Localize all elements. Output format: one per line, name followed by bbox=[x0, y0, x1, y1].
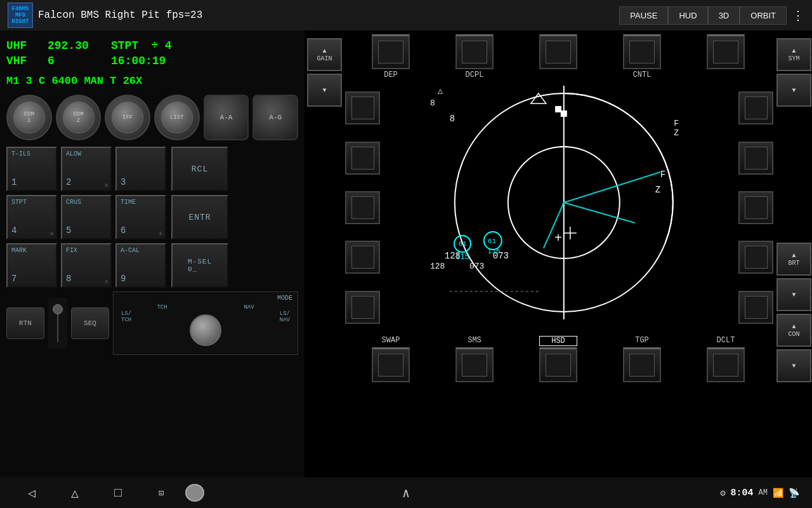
seq-button[interactable]: SEQ bbox=[71, 307, 109, 339]
brt-up-button[interactable]: ▲ BRT bbox=[776, 243, 811, 276]
list-label: LIST bbox=[161, 102, 193, 133]
osb-top-3[interactable] bbox=[539, 34, 577, 69]
osb-bot-2[interactable] bbox=[455, 347, 494, 382]
osb-right-1[interactable] bbox=[738, 91, 773, 124]
osb-bot-5[interactable] bbox=[707, 347, 745, 382]
nav-right: ⚙ 8:04 AM 📶 📡 bbox=[720, 488, 799, 498]
osb-right-3[interactable] bbox=[738, 191, 773, 224]
triangle-symbol: △ bbox=[438, 86, 443, 96]
entr-button[interactable]: ENTR bbox=[171, 195, 228, 239]
osb-left-4[interactable] bbox=[345, 241, 380, 274]
osb-top-2[interactable] bbox=[455, 34, 494, 69]
sym-down-button[interactable]: ▼ bbox=[776, 74, 811, 107]
gain-down-button[interactable]: ▼ bbox=[307, 74, 342, 107]
gain-label: GAIN bbox=[317, 55, 332, 62]
osb-top-1[interactable] bbox=[372, 34, 410, 69]
key-6[interactable]: TIME 6 E bbox=[115, 195, 166, 239]
osb-bot-3[interactable] bbox=[539, 347, 577, 382]
osb-right-4[interactable] bbox=[738, 241, 773, 274]
time-display: 8:04 bbox=[731, 488, 754, 498]
osb-bot-1[interactable] bbox=[372, 347, 410, 382]
mode-selector: MODE TCH NAV LS/TCH LS/NAV bbox=[113, 291, 298, 355]
orbit-button[interactable]: ORBIT bbox=[740, 6, 787, 25]
osb-left-2[interactable] bbox=[345, 142, 380, 175]
top-bar: F4BMS MFD RIGHT Falcon BMS Right Pit fps… bbox=[0, 0, 812, 30]
recents-button[interactable]: □ bbox=[99, 481, 137, 504]
key-1[interactable]: T-ILS 1 bbox=[6, 147, 57, 191]
con-down-button[interactable]: ▼ bbox=[776, 349, 811, 382]
hud-button[interactable]: HUD bbox=[668, 6, 707, 25]
osb-bottom-labels: SWAP SMS HSD TGP DCLT bbox=[343, 335, 774, 347]
back-button[interactable]: ◁ bbox=[13, 481, 51, 504]
osb-bottom-row bbox=[343, 347, 774, 386]
osb-top-row bbox=[343, 34, 774, 69]
app-icon-line3: RIGHT bbox=[11, 18, 29, 25]
key-3[interactable]: 3 bbox=[115, 147, 166, 191]
stpt-label: STPT bbox=[111, 39, 138, 52]
gain-up-button[interactable]: ▲ GAIN bbox=[307, 38, 342, 71]
osb-bot-label-3-hsd: HSD bbox=[539, 336, 577, 346]
keypad-area: T-ILS 1 ALOW 2 N 3 STPT 4 W CRUS bbox=[6, 147, 298, 288]
com1-knob[interactable]: COM1 bbox=[6, 95, 52, 140]
osb-left-5[interactable] bbox=[345, 291, 380, 324]
rcl-button[interactable]: RCL bbox=[171, 147, 228, 191]
key-2[interactable]: ALOW 2 N bbox=[61, 147, 112, 191]
home-button[interactable]: △ bbox=[56, 481, 94, 504]
osb-top-label-1: DEP bbox=[372, 70, 410, 79]
app-title: Falcon BMS Right Pit fps=23 bbox=[38, 10, 619, 21]
center-nav-button[interactable]: ∧ bbox=[387, 481, 425, 504]
target-alt: I15 bbox=[454, 253, 471, 262]
osb-top-label-5 bbox=[707, 70, 745, 79]
bearing-073: 073 bbox=[469, 262, 484, 271]
toggle-button[interactable] bbox=[185, 484, 204, 502]
mfd-display: △ 8 128 073 FZ 61 I15 + bbox=[419, 81, 698, 335]
sym-label: SYM bbox=[788, 55, 799, 62]
sym-up-button[interactable]: ▲ SYM bbox=[776, 38, 811, 71]
brt-down-button[interactable]: ▼ bbox=[776, 278, 811, 311]
main-buttons: COM1 COM2 IFF LIST A-A A-G bbox=[6, 92, 298, 143]
msel-button[interactable]: M-SEL0_ bbox=[171, 243, 228, 288]
menu-icon[interactable]: ⋮ bbox=[792, 8, 804, 23]
osb-left-3[interactable] bbox=[345, 191, 380, 224]
nav-bar: ◁ △ □ ⊡ ∧ ⚙ 8:04 AM 📶 📡 bbox=[0, 478, 812, 508]
key-9[interactable]: A-CAL 9 bbox=[115, 243, 166, 288]
com2-knob[interactable]: COM2 bbox=[56, 95, 102, 140]
osb-left-1[interactable] bbox=[345, 91, 380, 124]
brt-label: BRT bbox=[788, 260, 799, 267]
mode-row: M1 3 C 6400 MAN T 26X bbox=[6, 74, 298, 88]
screenshot-button[interactable]: ⊡ bbox=[142, 481, 180, 504]
osb-bot-label-4: TGP bbox=[623, 336, 661, 346]
3d-button[interactable]: 3D bbox=[708, 6, 740, 25]
mode-knob[interactable] bbox=[190, 314, 221, 346]
key-4[interactable]: STPT 4 W bbox=[6, 195, 57, 239]
osb-bot-4[interactable] bbox=[623, 347, 661, 382]
vhf-row: VHF 6 16:00:19 bbox=[6, 55, 298, 67]
main-content: UHF 292.30 STPT ÷ 4 VHF 6 16:00:19 M1 3 … bbox=[0, 30, 812, 478]
osb-right-2[interactable] bbox=[738, 142, 773, 175]
iff-knob[interactable]: IFF bbox=[105, 95, 150, 140]
key-5[interactable]: CRUS 5 bbox=[61, 195, 112, 239]
osb-right-5[interactable] bbox=[738, 291, 773, 324]
range-128: 128 bbox=[430, 262, 445, 271]
mode-title: MODE bbox=[119, 295, 292, 302]
osb-top-4[interactable] bbox=[623, 34, 661, 69]
aa-button[interactable]: A-A bbox=[204, 95, 249, 140]
rtn-button[interactable]: RTN bbox=[6, 307, 44, 339]
vhf-label: VHF bbox=[6, 55, 35, 67]
bottom-left: RTN SEQ MODE TCH NAV LS/TCH LS/NAV bbox=[6, 291, 298, 355]
osb-top-label-3 bbox=[539, 70, 577, 79]
com1-label: COM1 bbox=[13, 102, 45, 133]
com2-label: COM2 bbox=[63, 102, 95, 133]
pause-button[interactable]: PAUSE bbox=[619, 6, 668, 25]
key-8[interactable]: FIX 8 S bbox=[61, 243, 112, 288]
cursor-cross: + bbox=[554, 231, 562, 246]
uhf-label: UHF bbox=[6, 39, 35, 52]
key-7[interactable]: MARK 7 bbox=[6, 243, 57, 288]
ag-button[interactable]: A-G bbox=[252, 95, 298, 140]
list-knob[interactable]: LIST bbox=[154, 95, 200, 140]
osb-top-5[interactable] bbox=[707, 34, 745, 69]
con-label: CON bbox=[788, 331, 799, 338]
target-indicator: 61 I15 bbox=[454, 235, 471, 262]
con-button[interactable]: ▲ CON bbox=[776, 314, 811, 347]
signal-icon: 📡 bbox=[789, 488, 799, 498]
